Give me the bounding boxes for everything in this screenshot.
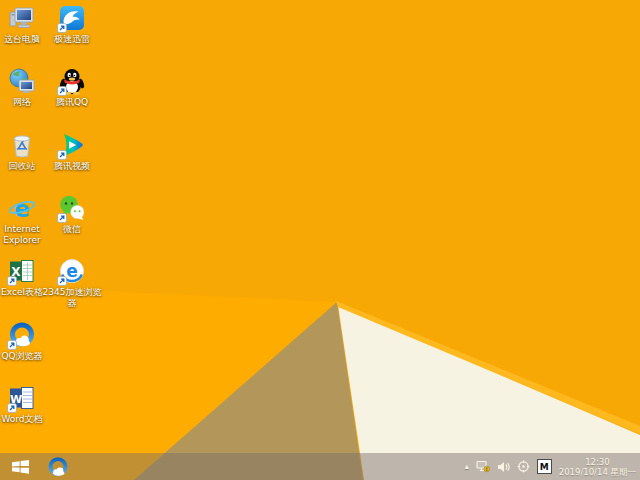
desktop-icon-qq-browser[interactable]: QQ浏览器 [0, 320, 52, 362]
shortcut-arrow-icon [57, 213, 67, 223]
clock-time: 12:30 [559, 457, 636, 467]
shortcut-arrow-icon [7, 403, 17, 413]
icon-label: 网络 [13, 97, 31, 108]
icon-label: 这台电脑 [4, 34, 40, 45]
input-method-indicator[interactable]: M [537, 459, 552, 474]
desktop-icon-tencent-qq[interactable]: 腾讯QQ [42, 66, 102, 108]
show-hidden-icons-button[interactable]: ▴ [465, 463, 469, 471]
desktop-icon-browser-2345[interactable]: e 2345加速浏览器 [42, 256, 102, 308]
icon-label: 腾讯QQ [56, 97, 88, 108]
shortcut-arrow-icon [57, 23, 67, 33]
network-icon [7, 66, 37, 96]
icon-label: 腾讯视频 [54, 161, 90, 172]
icon-label: 极速迅雷 [54, 34, 90, 45]
desktop-icon-word[interactable]: W Word文档 [0, 383, 52, 425]
taskbar-clock[interactable]: 12:30 2019/10/14 星期一 [559, 457, 636, 477]
shortcut-arrow-icon [57, 86, 67, 96]
system-tray: ▴ [465, 457, 640, 477]
icon-label: Word文档 [1, 414, 42, 425]
internet-explorer-icon: e [7, 193, 37, 223]
excel-icon: X [7, 256, 37, 286]
browser-2345-icon: e [57, 256, 87, 286]
svg-text:e: e [66, 261, 78, 281]
shortcut-arrow-icon [57, 276, 67, 286]
desktop-icon-wechat[interactable]: 微信 [42, 193, 102, 235]
svg-text:e: e [14, 196, 30, 222]
xunlei-icon [57, 3, 87, 33]
qq-browser-icon [47, 456, 69, 478]
desktop: 这台电脑 极速迅雷 网络 [0, 0, 640, 480]
wechat-icon [57, 193, 87, 223]
volume-icon[interactable] [497, 461, 510, 473]
windows-logo-icon [11, 459, 30, 474]
this-pc-icon [7, 3, 37, 33]
taskbar-pinned-qq-browser[interactable] [46, 455, 69, 478]
start-button[interactable] [9, 458, 31, 475]
qq-penguin-icon [57, 66, 87, 96]
desktop-icon-xunlei[interactable]: 极速迅雷 [42, 3, 102, 45]
qq-browser-icon [7, 320, 37, 350]
clock-date: 2019/10/14 星期一 [559, 467, 636, 477]
icon-label: 回收站 [9, 161, 36, 172]
icon-label: Excel表格 [1, 287, 43, 298]
recycle-bin-icon [7, 130, 37, 160]
icon-label: 微信 [63, 224, 81, 235]
icon-label: 2345加速浏览器 [42, 287, 102, 308]
tencent-video-icon [57, 130, 87, 160]
safety-center-icon[interactable] [517, 460, 530, 473]
network-status-icon[interactable] [476, 460, 490, 473]
word-icon: W [7, 383, 37, 413]
shortcut-arrow-icon [7, 276, 17, 286]
taskbar: ▴ [0, 453, 640, 480]
desktop-icon-tencent-video[interactable]: 腾讯视频 [42, 130, 102, 172]
shortcut-arrow-icon [57, 150, 67, 160]
icon-label: QQ浏览器 [1, 351, 42, 362]
shortcut-arrow-icon [7, 340, 17, 350]
